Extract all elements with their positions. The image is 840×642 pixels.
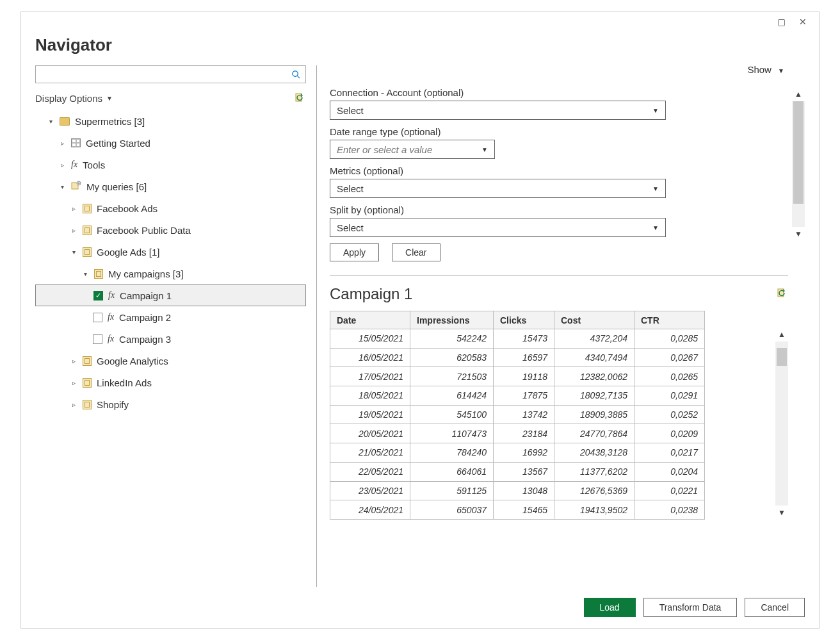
table-cell: 614424 (410, 386, 494, 406)
window-close-icon[interactable]: ✕ (792, 14, 814, 29)
button-label: Cancel (761, 602, 789, 613)
select-value: Select (337, 105, 364, 116)
window-maximize-icon[interactable]: ▢ (770, 14, 792, 29)
table-cell: 12382,0062 (554, 367, 634, 386)
checkbox-unchecked[interactable] (93, 313, 102, 322)
table-cell: 20438,3128 (554, 443, 634, 463)
chevron-right-icon: ▹ (70, 227, 77, 234)
chevron-down-icon: ▾ (70, 249, 77, 256)
refresh-preview-icon[interactable] (777, 288, 788, 301)
checkbox-unchecked[interactable] (93, 334, 102, 344)
scroll-up-icon[interactable]: ▲ (775, 327, 788, 342)
scroll-down-icon[interactable]: ▼ (792, 227, 805, 241)
scroll-down-icon[interactable]: ▼ (775, 506, 788, 520)
chevron-right-icon: ▹ (70, 401, 77, 408)
connection-label: Connection - Account (optional) (330, 87, 788, 98)
connection-select[interactable]: Select ▼ (330, 101, 666, 120)
tree-label: Google Ads [1] (97, 247, 159, 258)
table-cell: 784240 (410, 443, 494, 463)
search-icon[interactable] (286, 66, 305, 83)
search-input-container (35, 65, 306, 83)
svg-line-1 (297, 76, 300, 78)
table-row[interactable]: 22/05/20216640611356711377,62020,0204 (330, 462, 705, 481)
page-title: Navigator (35, 35, 805, 55)
clear-button[interactable]: Clear (392, 243, 440, 261)
table-cell: 0,0209 (634, 424, 705, 443)
table-cell: 13567 (494, 462, 554, 481)
table-cell: 0,0238 (634, 500, 705, 520)
table-row[interactable]: 19/05/20215451001374218909,38850,0252 (330, 405, 705, 424)
table-row[interactable]: 18/05/20216144241787518092,71350,0291 (330, 386, 705, 406)
table-cell: 15/05/2021 (330, 329, 410, 349)
tree-item-supermetrics[interactable]: ▾ Supermetrics [3] (35, 110, 306, 132)
tree-item-facebook-ads[interactable]: ▹ Facebook Ads (35, 197, 306, 219)
chevron-right-icon: ▹ (70, 358, 77, 365)
tree-label: Campaign 1 (120, 290, 172, 301)
chevron-down-icon: ▼ (481, 146, 488, 153)
table-cell: 11377,6202 (554, 462, 634, 481)
form-scrollbar[interactable]: ▲ ▼ (792, 87, 805, 241)
table-row[interactable]: 15/05/2021542242154734372,2040,0285 (330, 329, 705, 349)
scroll-up-icon[interactable]: ▲ (792, 87, 805, 101)
tree-item-my-campaigns[interactable]: ▾ My campaigns [3] (35, 263, 306, 284)
search-input[interactable] (36, 66, 286, 83)
tree-label: Shopify (97, 399, 129, 410)
table-row[interactable]: 17/05/20217215031911812382,00620,0265 (330, 367, 705, 386)
transform-data-button[interactable]: Transform Data (643, 598, 738, 617)
tree-item-google-ads[interactable]: ▾ Google Ads [1] (35, 241, 306, 263)
table-row[interactable]: 24/05/20216500371546519413,95020,0238 (330, 500, 705, 520)
metrics-select[interactable]: Select ▼ (330, 179, 666, 198)
checkbox-checked[interactable]: ✓ (93, 291, 103, 300)
show-label: Show (747, 65, 771, 75)
table-cell: 19/05/2021 (330, 405, 410, 424)
query-icon (83, 400, 92, 409)
tree-label: LinkedIn Ads (97, 377, 152, 388)
query-icon (83, 378, 92, 388)
tree-item-getting-started[interactable]: ▹ Getting Started (35, 132, 306, 154)
table-cell: 16597 (494, 348, 554, 367)
display-options-dropdown[interactable]: Display Options ▼ (35, 93, 113, 104)
table-row[interactable]: 23/05/20215911251304812676,53690,0221 (330, 481, 705, 500)
table-cell: 4340,7494 (554, 348, 634, 367)
table-cell: 19413,9502 (554, 500, 634, 520)
show-dropdown[interactable]: Show ▼ (747, 65, 784, 75)
table-cell: 19118 (494, 367, 554, 386)
tree-item-campaign-2[interactable]: fx Campaign 2 (35, 306, 306, 328)
table-scrollbar[interactable]: ▲ ▼ (775, 327, 788, 520)
column-header[interactable]: Impressions (410, 311, 494, 329)
button-label: Transform Data (659, 602, 722, 613)
tree-item-campaign-1[interactable]: ✓ fx Campaign 1 (35, 284, 306, 306)
tree-item-campaign-3[interactable]: fx Campaign 3 (35, 328, 306, 350)
splitby-select[interactable]: Select ▼ (330, 218, 666, 237)
chevron-down-icon: ▾ (47, 118, 54, 125)
table-cell: 0,0265 (634, 367, 705, 386)
chevron-down-icon: ▼ (652, 224, 659, 231)
tree-label: Supermetrics [3] (75, 116, 145, 127)
cancel-button[interactable]: Cancel (745, 598, 805, 617)
tree-item-shopify[interactable]: ▹ Shopify (35, 393, 306, 415)
table-row[interactable]: 20/05/202111074732318424770,78640,0209 (330, 424, 705, 443)
tree-item-facebook-public-data[interactable]: ▹ Facebook Public Data (35, 219, 306, 241)
table-cell: 15465 (494, 500, 554, 520)
button-label: Load (600, 602, 620, 613)
table-row[interactable]: 16/05/2021620583165974340,74940,0267 (330, 348, 705, 367)
tree-item-linkedin-ads[interactable]: ▹ LinkedIn Ads (35, 372, 306, 393)
button-label: Clear (405, 247, 426, 258)
table-cell: 0,0217 (634, 443, 705, 463)
tree-item-google-analytics[interactable]: ▹ Google Analytics (35, 350, 306, 372)
load-button[interactable]: Load (584, 598, 636, 617)
column-header[interactable]: Date (330, 311, 410, 329)
column-header[interactable]: Clicks (494, 311, 554, 329)
column-header[interactable]: Cost (554, 311, 634, 329)
apply-button[interactable]: Apply (330, 243, 379, 261)
table-cell: 591125 (410, 481, 494, 500)
tree-item-tools[interactable]: ▹ fx Tools (35, 154, 306, 176)
table-row[interactable]: 21/05/20217842401699220438,31280,0217 (330, 443, 705, 463)
table-cell: 18092,7135 (554, 386, 634, 406)
daterange-select[interactable]: Enter or select a value ▼ (330, 140, 495, 159)
table-cell: 0,0204 (634, 462, 705, 481)
refresh-icon[interactable] (295, 92, 306, 104)
navigator-tree: ▾ Supermetrics [3] ▹ Getting Started ▹ f… (35, 110, 306, 587)
column-header[interactable]: CTR (634, 311, 705, 329)
tree-item-my-queries[interactable]: ▾ My queries [6] (35, 176, 306, 197)
